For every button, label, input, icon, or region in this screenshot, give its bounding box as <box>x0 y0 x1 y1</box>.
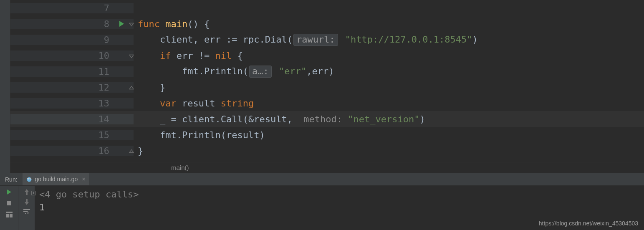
project-tool-strip[interactable] <box>0 0 10 173</box>
run-gutter-icon[interactable] <box>118 20 125 27</box>
line-number: 13 <box>98 98 109 109</box>
line-number: 12 <box>98 82 109 93</box>
editor-area: 78func main() {9 client, err := rpc.Dial… <box>0 0 644 173</box>
gutter[interactable]: 13 <box>10 98 134 109</box>
fold-icon[interactable] <box>129 51 134 61</box>
close-icon[interactable]: × <box>82 176 85 182</box>
fold-icon[interactable] <box>129 146 134 156</box>
line-number: 16 <box>98 146 109 156</box>
arrow-up-icon[interactable] <box>24 189 29 195</box>
rerun-icon[interactable] <box>6 189 12 195</box>
code-content[interactable]: var result string <box>134 98 254 109</box>
breadcrumb-item[interactable]: main() <box>171 164 189 171</box>
param-hint: rawurl: <box>293 34 338 46</box>
svg-rect-9 <box>23 209 30 210</box>
ide-root: 78func main() {9 client, err := rpc.Dial… <box>0 0 644 230</box>
gutter[interactable]: 12 <box>10 82 134 93</box>
line-number: 8 <box>98 19 109 29</box>
expand-icon[interactable]: + <box>31 191 36 195</box>
fold-icon[interactable] <box>129 82 134 93</box>
editor-line[interactable]: 12 } <box>10 79 644 95</box>
watermark-text: https://blog.csdn.net/weixin_45304503 <box>539 220 638 227</box>
console-output[interactable]: + <4 go setup calls> 1 https://blog.csdn… <box>35 186 644 230</box>
code-content[interactable]: _ = client.Call(&result, method: "net_ve… <box>134 114 425 124</box>
gutter[interactable]: 7 <box>10 3 134 13</box>
svg-rect-5 <box>7 201 11 205</box>
code-content[interactable]: func main() { <box>134 19 210 29</box>
line-number: 11 <box>98 66 109 77</box>
run-tab-title: go build main.go <box>35 176 78 182</box>
line-number: 7 <box>98 3 109 13</box>
svg-rect-8 <box>10 214 13 217</box>
console-output-text: 1 <box>39 202 640 212</box>
svg-point-4 <box>30 178 30 179</box>
arrow-down-icon[interactable] <box>24 199 29 205</box>
fold-icon[interactable] <box>129 19 134 29</box>
gutter[interactable]: 10 <box>10 51 134 61</box>
line-number: 14 <box>98 114 109 124</box>
breadcrumb[interactable]: main() <box>10 162 644 173</box>
gutter[interactable]: 9 <box>10 35 134 45</box>
soft-wrap-icon[interactable] <box>23 209 30 214</box>
editor-line[interactable]: 15 fmt.Println(result) <box>10 127 644 143</box>
gutter[interactable]: 15 <box>10 130 134 140</box>
code-content[interactable]: } <box>134 82 165 93</box>
editor-line[interactable]: 8func main() { <box>10 16 644 32</box>
gutter[interactable]: 11 <box>10 66 134 77</box>
code-editor[interactable]: 78func main() {9 client, err := rpc.Dial… <box>10 0 644 173</box>
editor-line[interactable]: 14 _ = client.Call(&result, method: "net… <box>10 111 644 127</box>
svg-rect-6 <box>6 212 13 213</box>
run-header: Run: go build main.go × <box>0 173 644 186</box>
gutter[interactable]: 16 <box>10 146 134 156</box>
svg-rect-10 <box>23 211 28 212</box>
gutter[interactable]: 14 <box>10 114 134 124</box>
code-content[interactable]: } <box>134 146 143 156</box>
editor-line[interactable]: 13 var result string <box>10 95 644 111</box>
editor-line[interactable]: 9 client, err := rpc.Dial(rawurl: "http:… <box>10 32 644 48</box>
run-toolbar-left <box>0 186 18 230</box>
param-hint: a…: <box>249 66 272 78</box>
line-number: 15 <box>98 130 109 140</box>
code-content[interactable]: if err != nil { <box>134 51 243 61</box>
run-panel: Run: go build main.go × <box>0 173 644 230</box>
svg-rect-7 <box>6 214 9 217</box>
editor-lines[interactable]: 78func main() {9 client, err := rpc.Dial… <box>10 0 644 162</box>
line-number: 9 <box>98 35 109 45</box>
editor-line[interactable]: 11 fmt.Println(a…: "err",err) <box>10 63 644 79</box>
editor-line[interactable]: 10 if err != nil { <box>10 48 644 63</box>
layout-icon[interactable] <box>6 212 13 217</box>
code-content[interactable]: fmt.Println(a…: "err",err) <box>134 66 334 78</box>
code-content[interactable]: client, err := rpc.Dial(rawurl: "http://… <box>134 34 478 46</box>
line-number: 10 <box>98 51 109 61</box>
go-gopher-icon <box>26 176 33 182</box>
svg-point-3 <box>28 178 28 179</box>
editor-line[interactable]: 16} <box>10 143 644 159</box>
gutter[interactable]: 8 <box>10 19 134 29</box>
run-label: Run: <box>0 176 23 183</box>
run-tab[interactable]: go build main.go × <box>23 173 89 185</box>
stop-icon[interactable] <box>7 201 12 206</box>
code-content[interactable]: fmt.Println(result) <box>134 130 265 140</box>
svg-point-0 <box>27 177 31 182</box>
console-setup-line: <4 go setup calls> <box>39 189 139 200</box>
run-body: + <4 go setup calls> 1 https://blog.csdn… <box>0 186 644 230</box>
editor-line[interactable]: 7 <box>10 0 644 16</box>
